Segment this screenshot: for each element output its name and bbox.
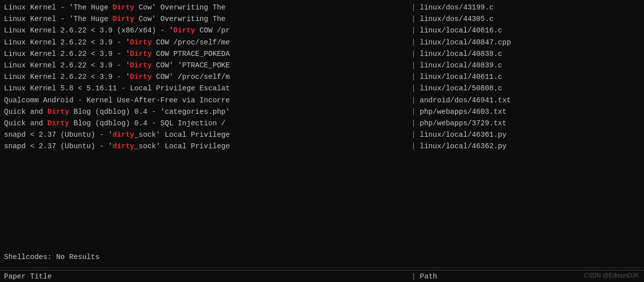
row-divider: | (409, 60, 418, 71)
table-row: Linux Kernel 2.6.22 < 3.9 - 'Dirty COW P… (0, 48, 644, 60)
normal-text: Blog (qdblog) 0.4 - SQL Injection / (69, 119, 226, 127)
row-divider: | (409, 13, 418, 25)
header-divider: | (409, 273, 418, 281)
normal-text: COW /proc/self/me (152, 38, 230, 46)
table-row: Quick and Dirty Blog (qdblog) 0.4 - SQL … (0, 118, 644, 129)
highlight-text: Dirty (113, 15, 135, 23)
path-col: linux/local/40838.c (418, 48, 644, 60)
shellcodes-label: Shellcodes: No Results (0, 248, 644, 267)
table-row: Linux Kernel - 'The Huge Dirty Cow' Over… (0, 13, 644, 25)
bottom-header: Paper Title | Path (0, 270, 644, 282)
title-col: Linux Kernel - 'The Huge Dirty Cow' Over… (0, 2, 409, 13)
normal-text: _sock' Local Privilege (134, 131, 230, 139)
normal-text: Linux Kernel 2.6.22 < 3.9 - ' (4, 73, 130, 81)
terminal-window: Linux Kernel - 'The Huge Dirty Cow' Over… (0, 0, 644, 282)
row-divider: | (409, 48, 418, 60)
normal-text: COW' 'PTRACE_POKE (152, 61, 230, 69)
path-col: android/dos/46941.txt (418, 95, 644, 106)
normal-text: COW PTRACE_POKEDA (152, 50, 230, 58)
title-col: Linux Kernel 2.6.22 < 3.9 (x86/x64) - 'D… (0, 25, 409, 36)
row-divider: | (409, 95, 418, 106)
title-col: Linux Kernel 2.6.22 < 3.9 - 'Dirty COW /… (0, 37, 409, 48)
normal-text: Blog (qdblog) 0.4 - 'categories.php' (69, 108, 230, 116)
separator (0, 268, 644, 268)
highlight-text: Dirty (130, 73, 152, 81)
highlight-text: dirty (113, 131, 135, 139)
normal-text: snapd < 2.37 (Ubuntu) - ' (4, 142, 113, 150)
normal-text: Quick and (4, 119, 47, 127)
table-row: Linux Kernel 2.6.22 < 3.9 - 'Dirty COW' … (0, 60, 644, 71)
table-row: Linux Kernel - 'The Huge Dirty Cow' Over… (0, 2, 644, 13)
normal-text: Qualcomm Android - Kernel Use-After-Free… (4, 96, 230, 104)
title-col: Linux Kernel - 'The Huge Dirty Cow' Over… (0, 13, 409, 25)
highlight-text: Dirty (130, 38, 152, 46)
table-row: snapd < 2.37 (Ubuntu) - 'dirty_sock' Loc… (0, 129, 644, 141)
title-col: Linux Kernel 5.8 < 5.16.11 - Local Privi… (0, 83, 409, 94)
row-divider: | (409, 106, 418, 118)
table-row: Linux Kernel 5.8 < 5.16.11 - Local Privi… (0, 83, 644, 94)
normal-text: Linux Kernel - 'The Huge (4, 3, 113, 11)
table-row: Linux Kernel 2.6.22 < 3.9 - 'Dirty COW /… (0, 37, 644, 48)
path-col: php/webapps/4603.txt (418, 106, 644, 118)
row-divider: | (409, 83, 418, 94)
title-col: Quick and Dirty Blog (qdblog) 0.4 - SQL … (0, 118, 409, 129)
normal-text: Linux Kernel 5.8 < 5.16.11 - Local Privi… (4, 84, 230, 92)
table-row: Qualcomm Android - Kernel Use-After-Free… (0, 95, 644, 106)
results-table: Linux Kernel - 'The Huge Dirty Cow' Over… (0, 0, 644, 248)
normal-text: Linux Kernel 2.6.22 < 3.9 (x86/x64) - ' (4, 26, 173, 34)
highlight-text: Dirty (113, 3, 135, 11)
title-col: Linux Kernel 2.6.22 < 3.9 - 'Dirty COW' … (0, 71, 409, 83)
watermark: CSDN @EdmunDJK (584, 272, 639, 279)
row-divider: | (409, 25, 418, 36)
title-col: Linux Kernel 2.6.22 < 3.9 - 'Dirty COW' … (0, 60, 409, 71)
title-col: Quick and Dirty Blog (qdblog) 0.4 - 'cat… (0, 106, 409, 118)
normal-text: Cow' Overwriting The (134, 3, 226, 11)
normal-text: Linux Kernel 2.6.22 < 3.9 - ' (4, 61, 130, 69)
path-col: linux/local/46361.py (418, 129, 644, 141)
normal-text: _sock' Local Privilege (134, 142, 230, 150)
row-divider: | (409, 37, 418, 48)
row-divider: | (409, 2, 418, 13)
path-col: php/webapps/3729.txt (418, 118, 644, 129)
table-row: snapd < 2.37 (Ubuntu) - 'dirty_sock' Loc… (0, 141, 644, 152)
path-col: linux/local/40839.c (418, 60, 644, 71)
table-row: Linux Kernel 2.6.22 < 3.9 (x86/x64) - 'D… (0, 25, 644, 36)
row-divider: | (409, 71, 418, 83)
normal-text: COW' /proc/self/m (152, 73, 230, 81)
highlight-text: Dirty (47, 108, 69, 116)
table-row: Quick and Dirty Blog (qdblog) 0.4 - 'cat… (0, 106, 644, 118)
normal-text: Linux Kernel 2.6.22 < 3.9 - ' (4, 38, 130, 46)
path-col: linux/dos/43199.c (418, 2, 644, 13)
path-col: linux/dos/44305.c (418, 13, 644, 25)
highlight-text: dirty (113, 142, 135, 150)
normal-text: Quick and (4, 108, 47, 116)
row-divider: | (409, 129, 418, 141)
highlight-text: Dirty (47, 119, 69, 127)
path-col: linux/local/46362.py (418, 141, 644, 152)
highlight-text: Dirty (130, 61, 152, 69)
normal-text: Linux Kernel 2.6.22 < 3.9 - ' (4, 50, 130, 58)
normal-text: Cow' Overwriting The (134, 15, 226, 23)
highlight-text: Dirty (173, 26, 195, 34)
title-col: snapd < 2.37 (Ubuntu) - 'dirty_sock' Loc… (0, 129, 409, 141)
normal-text: snapd < 2.37 (Ubuntu) - ' (4, 131, 113, 139)
title-col: Qualcomm Android - Kernel Use-After-Free… (0, 95, 409, 106)
highlight-text: Dirty (130, 50, 152, 58)
title-col: Linux Kernel 2.6.22 < 3.9 - 'Dirty COW P… (0, 48, 409, 60)
path-col: linux/local/50808.c (418, 83, 644, 94)
row-divider: | (409, 118, 418, 129)
row-divider: | (409, 141, 418, 152)
paper-title-header: Paper Title (0, 273, 409, 281)
title-col: snapd < 2.37 (Ubuntu) - 'dirty_sock' Loc… (0, 141, 409, 152)
path-col: linux/local/40611.c (418, 71, 644, 83)
normal-text: COW /pr (195, 26, 230, 34)
path-col: linux/local/40616.c (418, 25, 644, 36)
normal-text: Linux Kernel - 'The Huge (4, 15, 113, 23)
table-row: Linux Kernel 2.6.22 < 3.9 - 'Dirty COW' … (0, 71, 644, 83)
path-col: linux/local/40847.cpp (418, 37, 644, 48)
